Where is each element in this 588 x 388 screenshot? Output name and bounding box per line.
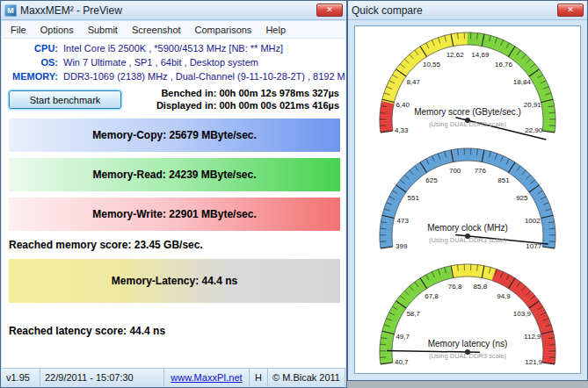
gauge-title: Memory score (GByte/sec.) [414, 107, 521, 117]
quick-compare-window: Quick compare ✕ 4,336,408,4710,5512,6214… [347, 0, 588, 381]
bench-times: Benched in: 00h 00m 12s 978ms 327µs Disp… [156, 87, 339, 111]
gauge-tick-label: 12,62 [446, 51, 465, 59]
gauge-arc-segment [543, 350, 555, 353]
memory-copy-bar: Memory-Copy: 25679 MByte/sec. [9, 119, 340, 152]
gauge-tick-label: 16,76 [495, 61, 513, 68]
memory-clock-gauge-svg: 39947355162570077685192510021077Memory c… [358, 143, 577, 257]
version-text: v1.95 [2, 369, 40, 386]
memory-latency-bar: Memory-Latency: 44.4 ns [9, 259, 340, 303]
memory-write-bar: Memory-Write: 22901 MByte/sec. [9, 198, 340, 231]
link-cell: www.MaxxPI.net [164, 369, 250, 386]
gauge-arc-segment [465, 264, 468, 277]
gauge-tick-label: 551 [407, 194, 419, 202]
memory-label: MEMORY: [4, 69, 58, 83]
gauge-outer-edge [380, 148, 555, 248]
gauge-tick-label: 1002 [525, 217, 541, 225]
memory-read-value: Memory-Read: 24239 MByte/sec. [92, 169, 256, 181]
quick-compare-titlebar[interactable]: Quick compare ✕ [348, 1, 587, 20]
memory-score-text: Reached memory score: 23.45 GB/sec. [9, 239, 342, 251]
gauge-tick-label: 10,55 [423, 61, 441, 68]
gauge-tick-label: 6,40 [396, 101, 410, 109]
gauge-tick-label: 103,9 [513, 310, 532, 318]
benched-in-text: Benched in: 00h 00m 12s 978ms 327µs [156, 87, 339, 99]
gauge-arc-segment [380, 121, 392, 124]
gauge-tick-label: 76,8 [448, 283, 462, 291]
gauge-arc-segment [543, 115, 555, 119]
quick-compare-content: 4,336,408,4710,5512,6214,6916,7618,8420,… [354, 25, 581, 374]
gauge-tick-label: 85,8 [474, 283, 488, 291]
app-icon: M [4, 4, 17, 17]
gauge-tick-label: 399 [396, 242, 408, 250]
start-benchmark-button[interactable]: Start benchmark [9, 90, 121, 109]
gauge-tick-label: 473 [397, 217, 410, 225]
gauge-tick-label: 40,7 [395, 358, 409, 366]
gauge-tick-label: 20,91 [524, 101, 542, 109]
gauge-tick-label: 94,9 [497, 292, 511, 300]
memory-score-gauge: 4,336,408,4710,5512,6214,6916,7618,8420,… [355, 26, 580, 142]
cpu-row: CPU: Intel Core i5 2500K , *5900/4513 MH… [4, 41, 345, 55]
displayed-in-text: Displayed in: 00h 00m 00s 021ms 416µs [156, 99, 339, 111]
cpu-label: CPU: [4, 41, 58, 55]
gauge-arc-segment [380, 353, 392, 356]
menu-item-screenshot[interactable]: Screenshot [125, 22, 188, 38]
latency-score-text: Reached latency score: 44.4 ns [9, 325, 342, 337]
gauge-tick-label: 625 [425, 176, 438, 184]
gauge-tick-label: 58,7 [406, 310, 420, 318]
gauge-arc-segment [543, 231, 555, 234]
gauge-subtitle: (Using DUAL DDR3 scale) [429, 352, 507, 360]
memory-write-value: Memory-Write: 22901 MByte/sec. [92, 208, 257, 220]
status-bar: v1.95 22/9/2011 - 15:07:30 www.MaxxPI.ne… [2, 368, 345, 386]
gauge-arc-segment [465, 148, 468, 161]
os-row: OS: Win 7 Ultimate , SP1 , 64bit , Deskt… [4, 55, 345, 69]
menu-bar: File Options Submit Screenshot Compariso… [2, 21, 345, 39]
maxxmem-window-title: MaxxMEM² - PreView [20, 4, 316, 17]
memory-clock-gauge: 39947355162570077685192510021077Memory c… [355, 142, 580, 258]
gauge-tick-label: 112,9 [524, 333, 541, 341]
os-label: OS: [4, 55, 58, 69]
memory-copy-value: Memory-Copy: 25679 MByte/sec. [92, 129, 257, 141]
gauge-title: Memory latency (ns) [428, 339, 508, 348]
gauge-tick-label: 851 [497, 176, 510, 184]
maxxpi-link[interactable]: www.MaxxPI.net [171, 372, 242, 383]
system-info: CPU: Intel Core i5 2500K , *5900/4513 MH… [4, 41, 345, 83]
memory-latency-gauge-svg: 40,749,758,767,876,885,894,9103,9112,912… [358, 259, 577, 373]
menu-item-file[interactable]: File [4, 22, 33, 38]
menu-item-help[interactable]: Help [258, 22, 293, 38]
memory-latency-gauge: 40,749,758,767,876,885,894,9103,9112,912… [355, 258, 580, 374]
maxxmem-window: M MaxxMEM² - PreView ✕ File Options Subm… [0, 0, 347, 388]
gauge-tick-label: 8,47 [406, 78, 420, 86]
gauge-tick-label: 925 [516, 194, 528, 202]
gauge-tick-label: 14,69 [471, 51, 490, 59]
gauge-arc-segment [380, 237, 392, 240]
cpu-value: Intel Core i5 2500K , *5900/4513 MHz [NB… [63, 41, 283, 55]
menu-item-comparisons[interactable]: Comparisons [188, 22, 259, 38]
gauge-tick-label: 18,84 [513, 78, 532, 86]
quick-compare-title: Quick compare [352, 4, 557, 17]
gauge-tick-label: 22,90 [525, 126, 543, 134]
memory-read-bar: Memory-Read: 24239 MByte/sec. [9, 158, 340, 191]
gauge-arc-segment [543, 234, 555, 237]
memory-latency-value: Memory-Latency: 44.4 ns [112, 275, 237, 287]
gauge-subtitle: (Using DUAL DDR3 scale) [429, 236, 507, 244]
memory-value: DDR3-1069 (2138) MHz , Dual-Channel (9-1… [63, 69, 345, 83]
gauge-tick-label: 49,7 [396, 333, 410, 341]
gauge-arc-segment [465, 32, 468, 45]
maxxmem-content: CPU: Intel Core i5 2500K , *5900/4513 MH… [2, 39, 345, 386]
gauge-subtitle: (Using DUAL DDR3 scale) [429, 120, 507, 128]
datetime-text: 22/9/2011 - 15:07:30 [40, 369, 164, 386]
gauge-tick-label: 700 [449, 167, 461, 175]
copyright-text: © M.Bicak 2011 [268, 369, 345, 386]
h-indicator: H [250, 369, 268, 386]
os-value: Win 7 Ultimate , SP1 , 64bit , Desktop s… [63, 55, 258, 69]
close-icon[interactable]: ✕ [557, 4, 584, 17]
close-icon[interactable]: ✕ [316, 4, 343, 17]
menu-item-options[interactable]: Options [33, 22, 81, 38]
gauge-arc-segment [543, 347, 555, 350]
gauge-tick-label: 67,8 [425, 292, 439, 300]
memory-score-gauge-svg: 4,336,408,4710,5512,6214,6916,7618,8420,… [358, 27, 577, 141]
gauge-tick-label: 4,33 [395, 126, 409, 134]
memory-row: MEMORY: DDR3-1069 (2138) MHz , Dual-Chan… [4, 69, 345, 83]
menu-item-submit[interactable]: Submit [81, 22, 125, 38]
maxxmem-titlebar[interactable]: M MaxxMEM² - PreView ✕ [1, 1, 346, 20]
gauge-title: Memory clock (MHz) [427, 223, 508, 233]
